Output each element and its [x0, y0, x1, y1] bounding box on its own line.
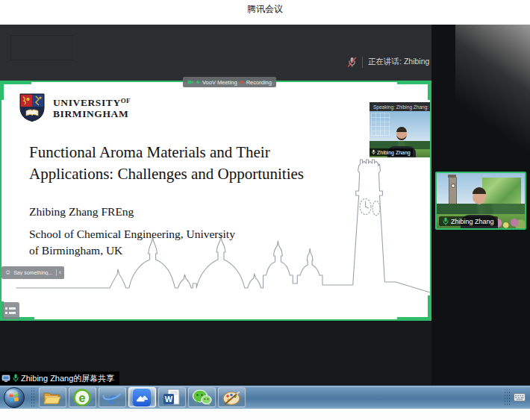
mic-on-icon [443, 217, 449, 226]
share-status-label: Zhibing Zhang的屏幕共享 [0, 372, 119, 385]
meeting-list-button[interactable] [2, 302, 19, 319]
recording-badge: VooV Meeting Recording [183, 77, 276, 87]
mic-icon [372, 149, 375, 155]
taskbar-file-explorer[interactable] [39, 387, 66, 407]
green-status-dot [196, 81, 199, 84]
participant-name: Zhibing Zhang [451, 218, 494, 225]
folder-icon [43, 389, 62, 406]
faded-panel-outline [10, 35, 75, 60]
green-e-browser-icon: e [72, 388, 92, 407]
taskbar-paint[interactable] [218, 387, 246, 407]
svg-text:e: e [79, 392, 86, 404]
share-corner-marker [0, 81, 4, 100]
taskbar-voov-meeting[interactable] [128, 387, 156, 407]
presentation-slide: UNIVERSITYOF BIRMINGHAM Functional Aroma… [1, 82, 430, 319]
share-corner-marker [428, 295, 431, 321]
svg-text:W: W [165, 395, 173, 404]
window-title: 腾讯会议 [247, 3, 283, 25]
badge-app-name: VooV Meeting [202, 79, 237, 86]
windows-start-orb-icon [3, 386, 25, 409]
internet-explorer-icon: e [102, 388, 122, 407]
badge-recording-text: Recording [246, 79, 272, 86]
share-corner-marker [397, 317, 431, 321]
video-sidebar-panel: Zhibing Zhang [431, 25, 530, 385]
green-building-image [371, 113, 390, 136]
taskbar-word[interactable]: W [158, 387, 186, 407]
speaker-tile-header-text: Speaking: Zhibing Zhang: [373, 104, 428, 110]
word-icon: W [162, 388, 181, 407]
taskbar-wechat[interactable] [188, 387, 216, 407]
corner-gradient [455, 25, 530, 151]
tray-grip [503, 389, 511, 406]
slide-affiliation: School of Chemical Engineering, Universi… [29, 226, 235, 259]
screen-share-region: UNIVERSITYOF BIRMINGHAM Functional Aroma… [0, 81, 431, 321]
keyboard-icon[interactable] [514, 393, 526, 401]
shared-screen-speaker-tile: Speaking: Zhibing Zhang: [370, 102, 430, 157]
meeting-main-area: 正在讲话: Zhibing Zhang: ◆◆◆ [0, 25, 530, 385]
taskbar-browser-360[interactable]: e [69, 387, 96, 407]
speaker-name-label: Zhibing Zhang [370, 148, 413, 156]
taskbar-tray [503, 389, 526, 406]
mic-on-icon [13, 374, 19, 383]
screen: 腾讯会议 正在讲话: Zhibing Zhang: ◆◆◆ [0, 0, 530, 420]
speaker-name: Zhibing Zhang [377, 150, 411, 155]
share-corner-marker [0, 81, 31, 84]
window-titlebar: 腾讯会议 [0, 0, 530, 25]
muted-mic-icon [347, 57, 357, 68]
speaker-video-image: Zhibing Zhang [370, 111, 430, 157]
camera-icon [187, 80, 193, 84]
wechat-icon [192, 389, 212, 407]
share-corner-marker [428, 81, 431, 100]
palette-icon [222, 389, 242, 406]
divider [56, 269, 57, 276]
screen-share-icon [1, 374, 10, 383]
slide-author: Zhibing Zhang FREng [29, 205, 134, 219]
participant-name-label: Zhibing Zhang [439, 216, 498, 226]
taskbar-grip [30, 388, 36, 407]
share-corner-marker [397, 81, 431, 84]
uob-crest-icon [19, 93, 46, 122]
university-logo: UNIVERSITYOF BIRMINGHAM [19, 93, 131, 122]
voov-meeting-icon [132, 388, 152, 407]
share-status-text: Zhibing Zhang的屏幕共享 [21, 373, 114, 384]
speaker-tile-header: Speaking: Zhibing Zhang: [370, 102, 430, 111]
collapse-chat-icon[interactable]: ‹ [59, 269, 61, 276]
chat-placeholder[interactable]: Say something... [13, 270, 54, 275]
chat-quick-input[interactable]: ☺ Say something... ‹ [1, 266, 64, 279]
trees-image [437, 204, 525, 215]
recording-dot [240, 81, 243, 84]
emoji-icon[interactable]: ☺ [4, 269, 11, 276]
participant-video-tile[interactable]: Zhibing Zhang [435, 172, 526, 230]
green-building-image [482, 178, 521, 204]
windows-taskbar: e e [0, 385, 530, 409]
start-button[interactable] [0, 386, 28, 409]
taskbar-internet-explorer[interactable]: e [99, 387, 126, 407]
speaker-hair [396, 127, 407, 132]
slide-title: Functional Aroma Materials and Their App… [29, 142, 304, 185]
desktop-strip [0, 409, 530, 420]
uob-wordmark: UNIVERSITYOF BIRMINGHAM [53, 95, 131, 119]
divider [362, 57, 363, 68]
